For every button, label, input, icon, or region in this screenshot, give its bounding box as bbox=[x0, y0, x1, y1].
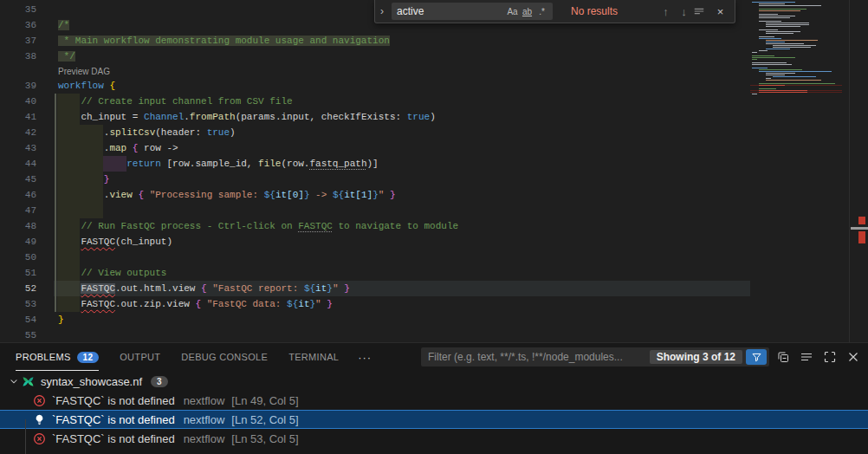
code-line[interactable]: 42 .splitCsv(header: true) bbox=[0, 125, 750, 140]
minimap-line bbox=[750, 10, 844, 11]
minimap-line bbox=[750, 73, 844, 74]
minimap-line bbox=[750, 57, 844, 58]
problems-filter-input[interactable]: Filter (e.g. text, **/*.ts, !**/node_mod… bbox=[421, 347, 769, 366]
find-in-selection-icon[interactable] bbox=[693, 5, 711, 17]
line-number[interactable]: 35 bbox=[0, 2, 54, 17]
minimap-line bbox=[750, 24, 844, 25]
line-number[interactable]: 36 bbox=[0, 17, 54, 33]
next-match-icon[interactable]: ↓ bbox=[675, 5, 693, 18]
code-line[interactable]: 38 */ bbox=[0, 49, 750, 64]
minimap-line bbox=[750, 90, 842, 91]
toggle-replace-icon[interactable]: › bbox=[380, 5, 392, 17]
minimap-line bbox=[750, 68, 844, 68]
minimap-line bbox=[750, 40, 844, 41]
minimap-line bbox=[750, 3, 844, 4]
line-number[interactable]: 43 bbox=[0, 140, 54, 156]
code-line[interactable]: 46 .view { "Processing sample: ${it[0]} … bbox=[0, 187, 750, 203]
panel-tabs: PROBLEMS12OUTPUTDEBUG CONSOLETERMINAL bbox=[0, 343, 339, 371]
line-number[interactable]: 38 bbox=[0, 49, 54, 64]
minimap-line bbox=[750, 33, 844, 34]
line-number[interactable]: 48 bbox=[0, 218, 54, 234]
line-number[interactable]: 40 bbox=[0, 94, 54, 109]
collapse-all-icon[interactable] bbox=[774, 347, 793, 366]
minimap-line bbox=[750, 28, 844, 29]
panel-tab-terminal[interactable]: TERMINAL bbox=[288, 343, 339, 371]
code-line[interactable]: 49 FASTQC(ch_input) bbox=[0, 234, 750, 250]
problem-message: `FASTQC` is not defined bbox=[52, 394, 175, 407]
line-number[interactable]: 39 bbox=[0, 78, 54, 94]
maximize-panel-icon[interactable] bbox=[820, 347, 839, 366]
line-number[interactable]: 46 bbox=[0, 187, 54, 203]
code-line[interactable]: 55 bbox=[0, 328, 750, 342]
code-line[interactable]: 48 // Run FastQC process - Ctrl-click on… bbox=[0, 218, 750, 234]
match-case-icon[interactable]: Aa bbox=[505, 7, 520, 16]
line-number[interactable]: 52 bbox=[0, 281, 54, 296]
find-query[interactable]: active bbox=[397, 5, 505, 17]
panel-toolbar: Filter (e.g. text, **/*.ts, !**/node_mod… bbox=[421, 347, 863, 366]
problem-row[interactable]: `FASTQC` is not definednextflow[Ln 53, C… bbox=[0, 429, 868, 448]
chevron-down-icon[interactable] bbox=[7, 376, 21, 386]
line-number[interactable]: 49 bbox=[0, 234, 54, 250]
minimap-line bbox=[750, 2, 844, 3]
line-number[interactable]: 54 bbox=[0, 312, 54, 328]
code-line[interactable]: 44 return [row.sample_id, file(row.fastq… bbox=[0, 156, 750, 172]
panel-tab-problems[interactable]: PROBLEMS12 bbox=[16, 343, 99, 371]
code-line[interactable]: 41 ch_input = Channel.fromPath(params.in… bbox=[0, 109, 750, 125]
line-number[interactable]: 42 bbox=[0, 125, 54, 140]
view-as-table-icon[interactable] bbox=[797, 347, 816, 366]
code-line[interactable]: 54} bbox=[0, 312, 750, 328]
problems-file-row[interactable]: syntax_showcase.nf 3 bbox=[0, 372, 868, 391]
code-line[interactable]: 53 FASTQC.out.zip.view { "FastQC data: $… bbox=[0, 296, 750, 312]
code-line[interactable]: 52 FASTQC.out.html.view { "FastQC report… bbox=[0, 281, 750, 296]
close-panel-icon[interactable] bbox=[844, 347, 863, 366]
code-line[interactable]: 50 bbox=[0, 250, 750, 265]
line-number[interactable]: 37 bbox=[0, 33, 54, 49]
problem-rows: `FASTQC` is not definednextflow[Ln 49, C… bbox=[0, 391, 868, 448]
overview-ruler[interactable] bbox=[849, 0, 868, 342]
find-input[interactable]: active Aa ab .* bbox=[392, 3, 553, 20]
filter-funnel-icon[interactable] bbox=[746, 349, 767, 365]
minimap-line bbox=[750, 52, 844, 53]
line-number[interactable]: 55 bbox=[0, 328, 54, 342]
panel-tab-debug-console[interactable]: DEBUG CONSOLE bbox=[181, 343, 268, 371]
more-actions-icon[interactable]: ··· bbox=[358, 351, 372, 364]
code-line[interactable]: 47 bbox=[0, 203, 750, 218]
problem-position: [Ln 52, Col 5] bbox=[231, 413, 298, 426]
minimap-line bbox=[750, 88, 844, 89]
code-line[interactable]: 43 .map { row -> bbox=[0, 140, 750, 156]
line-number[interactable]: 44 bbox=[0, 156, 54, 172]
previous-match-icon[interactable]: ↑ bbox=[657, 5, 675, 18]
line-number[interactable]: 50 bbox=[0, 250, 54, 265]
bottom-panel: PROBLEMS12OUTPUTDEBUG CONSOLETERMINAL ··… bbox=[0, 342, 868, 454]
code-line[interactable]: 40 // Create input channel from CSV file bbox=[0, 94, 750, 109]
problem-row[interactable]: `FASTQC` is not definednextflow[Ln 49, C… bbox=[0, 391, 868, 410]
minimap-line bbox=[750, 35, 844, 36]
line-number[interactable]: 45 bbox=[0, 172, 54, 187]
code-line[interactable]: 39workflow { bbox=[0, 78, 750, 94]
code-line[interactable]: 37 * Main workflow demonstrating module … bbox=[0, 33, 750, 49]
vscode-window: 3536/*37 * Main workflow demonstrating m… bbox=[0, 0, 868, 454]
codelens-link[interactable]: Preview DAG bbox=[58, 67, 110, 76]
minimap-line bbox=[750, 78, 844, 79]
line-number[interactable]: 47 bbox=[0, 203, 54, 218]
problem-source: nextflow bbox=[184, 432, 225, 445]
code-editor[interactable]: 3536/*37 * Main workflow demonstrating m… bbox=[0, 0, 750, 342]
problem-row[interactable]: `FASTQC` is not definednextflow[Ln 52, C… bbox=[0, 410, 868, 429]
regex-icon[interactable]: .* bbox=[534, 7, 549, 16]
code-line[interactable]: 51 // View outputs bbox=[0, 265, 750, 281]
problem-source: nextflow bbox=[184, 394, 225, 407]
whole-word-icon[interactable]: ab bbox=[520, 7, 534, 16]
minimap-line bbox=[750, 50, 844, 51]
minimap[interactable] bbox=[750, 2, 844, 342]
minimap-line bbox=[750, 5, 844, 6]
panel-tab-output[interactable]: OUTPUT bbox=[120, 343, 160, 371]
minimap-line bbox=[750, 80, 844, 81]
problem-message: `FASTQC` is not defined bbox=[52, 432, 175, 445]
close-find-icon[interactable]: × bbox=[711, 5, 729, 18]
line-number[interactable]: 53 bbox=[0, 296, 54, 312]
line-number[interactable]: 41 bbox=[0, 109, 54, 125]
code-line[interactable]: 45 } bbox=[0, 172, 750, 187]
tree-indent-guide bbox=[25, 419, 26, 454]
minimap-line bbox=[750, 81, 844, 82]
line-number[interactable]: 51 bbox=[0, 265, 54, 281]
